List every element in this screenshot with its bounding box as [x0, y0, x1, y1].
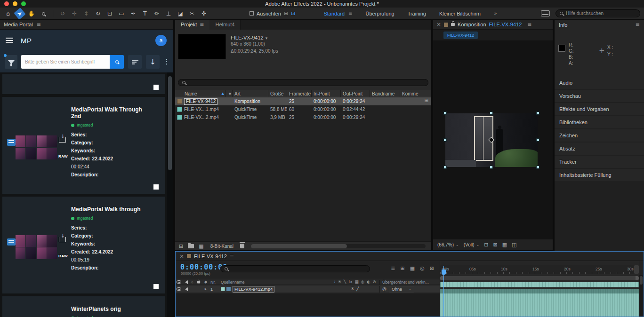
workspace-menu-icon[interactable]: ≡: [348, 11, 352, 16]
column-art[interactable]: Art: [233, 90, 268, 97]
asset-select-checkbox[interactable]: [153, 184, 159, 190]
selection-tool-icon[interactable]: ➤: [14, 8, 25, 19]
video-column-header[interactable]: [176, 280, 182, 284]
frame-blend-icon[interactable]: ▦: [354, 280, 358, 284]
scrollbar-thumb[interactable]: [168, 76, 172, 170]
rotation-tool-icon[interactable]: ↻: [94, 9, 102, 18]
selection-handle[interactable]: [444, 139, 446, 141]
download-asset-icon[interactable]: [59, 137, 66, 143]
mask-visibility-icon[interactable]: ⊠: [493, 242, 497, 247]
composition-tabbar[interactable]: × Komposition FILE-VX-9412 ≡: [433, 20, 553, 30]
selection-handle[interactable]: [537, 112, 539, 114]
panel-menu-icon[interactable]: ≡: [230, 254, 234, 259]
column-label-color[interactable]: ◆: [226, 90, 233, 97]
media-search-input[interactable]: [21, 59, 110, 64]
orbit-camera-tool-icon[interactable]: ↺: [58, 9, 67, 18]
user-avatar[interactable]: a: [155, 35, 167, 46]
timeline-tabbar[interactable]: × FILE-VX-9412 ≡: [176, 252, 644, 261]
column-bandname[interactable]: Bandname: [370, 90, 400, 97]
work-area-bar[interactable]: [440, 276, 639, 280]
zoom-dropdown[interactable]: (66,7%)⌄: [437, 242, 459, 247]
timeline-layer-row[interactable]: ▸ 1 FILE-VX-9412.mp4 ⊼ ╱ @ Ohne⌄: [176, 285, 440, 293]
interpret-footage-icon[interactable]: ⊞: [179, 244, 183, 249]
lock-icon[interactable]: [451, 23, 455, 26]
resolution-dropdown[interactable]: (Voll)⌄: [464, 242, 480, 247]
new-composition-icon[interactable]: ▦: [199, 244, 203, 249]
quality-icon[interactable]: ╲: [344, 280, 346, 284]
eraser-tool-icon[interactable]: ◪: [176, 9, 185, 18]
preview-name-line[interactable]: FILE-VX-9412▾: [231, 35, 278, 40]
media-search-button[interactable]: [110, 55, 124, 69]
collapse-icon[interactable]: ☀: [338, 280, 342, 284]
timeline-search-box[interactable]: [220, 265, 370, 272]
sort-button[interactable]: [128, 55, 142, 69]
project-hscrollbar[interactable]: [251, 244, 426, 248]
panel-header-bibliotheken[interactable]: Bibliotheken: [555, 116, 644, 128]
asset-card[interactable]: MediaPortal Walk through Ingested Series…: [2, 197, 165, 293]
clone-stamp-tool-icon[interactable]: ⊥: [164, 9, 173, 18]
composition-frame[interactable]: [445, 113, 538, 167]
close-window-button[interactable]: [4, 1, 9, 6]
download-asset-icon[interactable]: [59, 237, 66, 242]
layer-video-toggle[interactable]: [176, 287, 182, 291]
workspace-switcher-icon[interactable]: [541, 10, 550, 16]
roto-brush-tool-icon[interactable]: ✂: [188, 9, 196, 18]
adjustment-layer-icon[interactable]: ◐: [367, 280, 370, 284]
project-search-box[interactable]: [178, 79, 428, 86]
help-search-input[interactable]: [566, 11, 636, 16]
tab-helmut4[interactable]: Helmut4: [209, 20, 241, 30]
workspace-tab-ueberpruefung[interactable]: Überprüfung: [365, 11, 394, 16]
composition-mini-flowchart-icon[interactable]: ≣: [391, 266, 395, 271]
layer-duration-bar[interactable]: [440, 282, 639, 287]
project-row[interactable]: FILE-VX...2.mp4 QuickTime 3,9 MB 25 0:00…: [175, 113, 431, 121]
panel-header-zeichen[interactable]: Zeichen: [555, 129, 644, 142]
panel-header-tracker[interactable]: Tracker: [555, 156, 644, 168]
column-name[interactable]: Name▲: [175, 90, 226, 97]
info-panel-header[interactable]: Info ≡: [555, 20, 644, 30]
label-column-header[interactable]: ◆: [202, 280, 209, 284]
parent-dropdown[interactable]: Ohne⌄: [389, 286, 414, 293]
layer-name[interactable]: FILE-VX-9412.mp4: [233, 286, 274, 293]
column-kommentar[interactable]: Komme: [400, 90, 431, 97]
snap-options-icon[interactable]: ⊞: [284, 11, 288, 16]
column-groesse[interactable]: Größe: [268, 90, 287, 97]
column-out-point[interactable]: Out-Point: [341, 90, 370, 97]
minimize-window-button[interactable]: [13, 1, 17, 6]
column-framerate[interactable]: Framerate: [287, 90, 312, 97]
brush-tool-icon[interactable]: ✏: [153, 9, 161, 18]
download-button[interactable]: ↓: [146, 55, 160, 69]
delete-item-icon[interactable]: [240, 244, 244, 248]
layer-label-chip[interactable]: [221, 287, 225, 291]
media-portal-panel-header[interactable]: Media Portal ≡: [0, 20, 173, 30]
motion-blur-icon[interactable]: ◎: [420, 266, 425, 271]
panel-menu-icon[interactable]: ≡: [636, 22, 640, 27]
asset-thumbnails[interactable]: [16, 235, 57, 259]
selection-handle[interactable]: [537, 139, 539, 141]
scrollbar-thumb[interactable]: [640, 276, 643, 285]
source-name-column-header[interactable]: Quellenname: [221, 280, 330, 285]
new-folder-icon[interactable]: [188, 244, 194, 248]
layer-expand-arrow[interactable]: ▸: [202, 287, 209, 291]
lock-column-header[interactable]: [195, 281, 202, 284]
item-name[interactable]: FILE-VX...2.mp4: [184, 115, 219, 120]
workspace-tab-kleiner-bildschirm[interactable]: Kleiner Bildschirm: [439, 11, 481, 16]
panel-header-absatz[interactable]: Absatz: [555, 143, 644, 155]
panel-header-audio[interactable]: Audio: [555, 77, 644, 89]
pan-behind-tool-icon[interactable]: ⊡: [105, 9, 114, 18]
tab-projekt[interactable]: Projekt ≡: [175, 20, 209, 30]
camera-view-icon[interactable]: ◫: [512, 242, 516, 247]
selection-handle[interactable]: [537, 166, 539, 168]
snap-checkbox[interactable]: [250, 11, 254, 16]
effects-icon[interactable]: fx: [348, 280, 352, 284]
panel-header-inhaltsbasierte-fuellung[interactable]: Inhaltsbasierte Füllung: [555, 169, 644, 181]
hamburger-menu-icon[interactable]: [6, 38, 13, 43]
project-bit-depth-button[interactable]: 8-Bit-Kanal: [209, 244, 235, 249]
panel-header-vorschau[interactable]: Vorschau: [555, 90, 644, 102]
playhead[interactable]: [443, 266, 444, 317]
asset-card[interactable]: MediaPortal Walk Through 2nd Ingested Se…: [2, 97, 165, 194]
panel-header-effekte[interactable]: Effekte und Vorgaben: [555, 103, 644, 115]
panel-menu-icon[interactable]: ≡: [37, 22, 41, 27]
home-tool-icon[interactable]: ⌂: [4, 9, 12, 18]
grid-options-icon[interactable]: ⊡: [291, 11, 295, 16]
audio-column-header[interactable]: [182, 280, 189, 284]
